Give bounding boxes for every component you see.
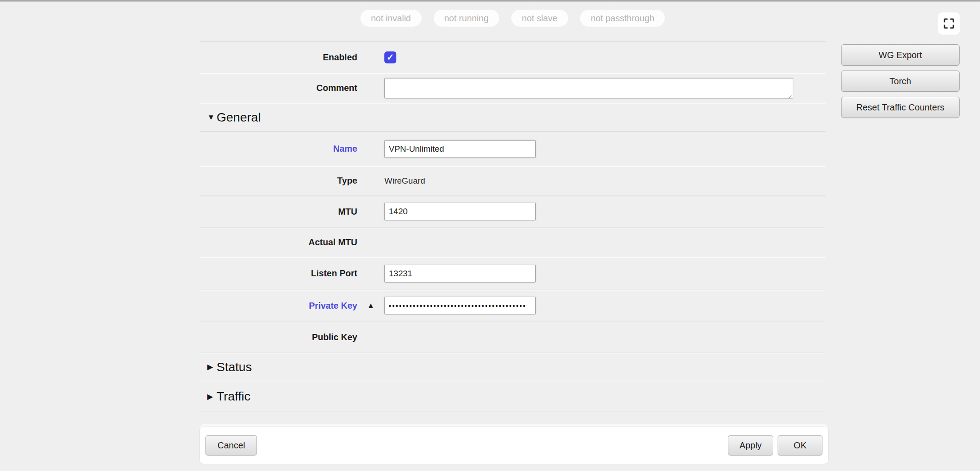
interface-edit-form: Enabled ✓ Comment ▼ General Name Type Wi…: [200, 41, 826, 412]
ok-button[interactable]: OK: [778, 435, 822, 455]
chevron-down-icon: ▼: [200, 113, 217, 122]
mtu-label: MTU: [200, 207, 357, 217]
section-title-status: Status: [217, 360, 252, 374]
type-label: Type: [200, 176, 357, 186]
enabled-row: Enabled ✓: [200, 41, 826, 73]
status-badge: not invalid: [360, 10, 422, 27]
actual-mtu-row: Actual MTU: [200, 228, 826, 257]
public-key-label: Public Key: [200, 332, 357, 342]
chevron-right-icon: ▶: [200, 392, 217, 401]
name-input[interactable]: [384, 140, 536, 158]
mtu-input[interactable]: [384, 203, 536, 220]
type-row: Type WireGuard: [200, 166, 826, 195]
listen-port-row: Listen Port: [200, 257, 826, 290]
section-title-general: General: [217, 110, 261, 125]
mtu-row: MTU: [200, 195, 826, 228]
private-key-input[interactable]: [384, 297, 536, 314]
cancel-button[interactable]: Cancel: [205, 435, 257, 455]
private-key-row: Private Key ▲: [200, 290, 826, 321]
enabled-label: Enabled: [200, 52, 357, 63]
name-label: Name: [200, 144, 357, 154]
status-badge: not passthrough: [580, 10, 665, 27]
fullscreen-icon: [944, 18, 954, 29]
status-badge: not running: [434, 10, 499, 27]
section-header-status[interactable]: ▶ Status: [200, 353, 826, 381]
section-header-general[interactable]: ▼ General: [200, 103, 826, 131]
side-action-buttons: WG Export Torch Reset Traffic Counters: [841, 44, 960, 118]
section-title-traffic: Traffic: [217, 389, 250, 404]
status-badge-row: not invalid not running not slave not pa…: [200, 10, 826, 27]
chevron-right-icon: ▶: [200, 362, 217, 372]
comment-label: Comment: [200, 83, 357, 93]
listen-port-input[interactable]: [384, 265, 536, 283]
public-key-row: Public Key: [200, 321, 826, 353]
apply-button[interactable]: Apply: [728, 435, 773, 455]
wg-export-button[interactable]: WG Export: [841, 44, 960, 66]
reset-traffic-counters-button[interactable]: Reset Traffic Counters: [841, 97, 960, 118]
fullscreen-button[interactable]: [938, 12, 960, 35]
private-key-hide-toggle-icon[interactable]: ▲: [367, 301, 375, 310]
enabled-checkbox[interactable]: ✓: [384, 51, 396, 63]
private-key-label: Private Key: [200, 301, 357, 311]
footer-action-bar: Cancel Apply OK: [200, 427, 828, 464]
torch-button[interactable]: Torch: [841, 71, 960, 92]
window-top-edge: [0, 0, 980, 2]
comment-row: Comment: [200, 73, 826, 103]
listen-port-label: Listen Port: [200, 268, 357, 279]
name-row: Name: [200, 131, 826, 166]
status-badge: not slave: [511, 10, 568, 27]
actual-mtu-label: Actual MTU: [200, 237, 357, 247]
comment-input[interactable]: [384, 78, 793, 98]
check-icon: ✓: [387, 52, 394, 63]
section-header-traffic[interactable]: ▶ Traffic: [200, 381, 826, 412]
type-value: WireGuard: [384, 176, 425, 186]
